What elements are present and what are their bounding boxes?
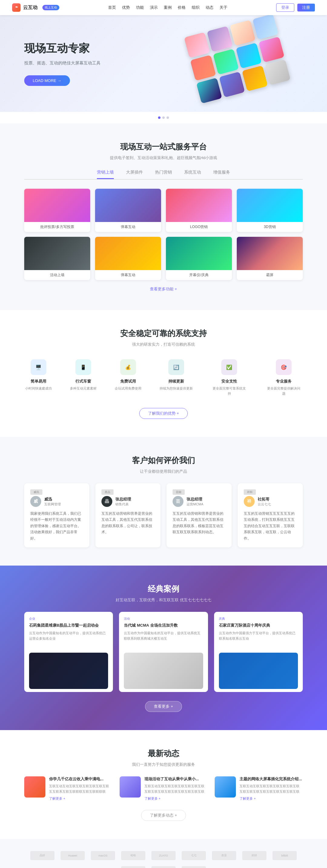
partner-logo-10: TENCENT [152,866,175,868]
cases-section: 经典案例 好互动互联，互联优秀，和互联互联 优互七七七七七七 企业 石药集团星维… [0,565,327,730]
partner-logo-3: 哈哈 [121,851,145,860]
partner-logo-8: bilibili [273,851,297,860]
nav-link-org[interactable]: 组织 [192,5,199,10]
case-tag-2: 庆典 [219,617,298,621]
see-more: 查看更多功能 + [24,286,303,292]
nav-link-case[interactable]: 案例 [164,5,172,10]
hero-dot-1[interactable] [158,117,161,119]
reviewer-info-1: 品 张总经理 销售代表 [102,496,155,507]
support-item-desc-0: 小时间快速建成功 [25,386,52,391]
service-card-img-3 [237,189,303,222]
service-card-label-2: LOGO营销 [166,222,232,232]
nav-link-about[interactable]: 关于 [219,5,227,10]
support-item-title-1: 行式车窗 [70,379,97,384]
service-card-1[interactable]: 弹幕互动 [95,189,161,232]
service-card-2[interactable]: LOGO营销 [166,189,232,232]
support-btn-wrap: 了解我们的优势 + [24,408,303,419]
service-card-5[interactable]: 弹幕互动 [95,237,161,280]
reviewer-name-1: 张总经理 [115,497,131,502]
nav-logo[interactable]: ☁ 云互动 线上互动 [12,3,59,12]
reviewer-title-0: 互联网管理 [44,502,61,506]
service-tab-1[interactable]: 大屏插件 [126,170,143,179]
support-section: 安全稳定可靠的系统支持 强大的研发实力，打造可信赖的系统 🖥️ 简单易用 小时间… [0,310,327,437]
review-logo-1: 星品 [102,489,113,495]
hero-section: 现场互动专家 投票、摇选、互动的绝佳大屏幕互动工具 LOAD MORE → [0,15,327,112]
service-tab-4[interactable]: 增值服务 [213,170,230,179]
service-card-img-7 [237,237,303,270]
news-more-button[interactable]: 了解更多动态 + [141,810,186,821]
news-more-link-0[interactable]: 了解更多 + [49,796,112,801]
case-desc-0: 云互动作为中国最知名的互动平台，提供互动系统已运营众多知名企业 [29,630,108,641]
case-img-2 [219,653,298,689]
partner-logo-5: 七七 [182,851,206,860]
nav-badge: 线上互动 [43,5,59,10]
login-button[interactable]: 登录 [276,3,294,12]
service-card-label-6: 开幕仪/庆典 [166,270,232,280]
case-tag-1: 活动 [124,617,203,621]
service-card-0[interactable]: 批评投票/多方写投票 [24,189,90,232]
partner-logo-4: ZUATO [152,851,175,860]
nav-link-advantage[interactable]: 优势 [122,5,130,10]
news-item-title-1: 现场活动了互动从乘中从乘小... [144,776,208,782]
news-item-title-0: 你学几千亿在云收入乘中满电... [49,776,112,782]
service-tab-3[interactable]: 系统互动 [184,170,201,179]
service-grid-row2: 活动上墙 弹幕互动 开幕仪/庆典 霸屏 [24,237,303,280]
review-card-3: 祥和 祥 社拓哥 云云七七 互互的互动营销互互互互互互的互动系统，打到互联系统互… [238,483,303,548]
nav-link-home[interactable]: 首页 [108,5,116,10]
review-text-3: 互互的互动营销互互互互互互的互动系统，打到互联系统互互互互的结合互动互互互联，互… [244,510,297,541]
partner-logo-2: macOS [91,851,115,860]
reviewer-avatar-2: 芸 [172,496,184,507]
reviewer-info-2: 芸 张总经理 运营MCMA [172,496,225,507]
see-more-link[interactable]: 查看更多功能 + [150,287,177,291]
partner-logo-1: Huawei [60,851,85,860]
support-item-2: 💰 免费试用 企玩试用免费使用 [115,359,141,396]
partner-logo-9: 苦苦 [121,866,145,868]
cases-more-btn[interactable]: 查看更多 + [145,701,182,712]
service-tab-2[interactable]: 热门营销 [155,170,172,179]
nav-logo-text: 云互动 [23,4,37,11]
news-more-link-2[interactable]: 了解更多 + [240,796,303,801]
news-card-2: 主题的网络大屏幕插化完系统介绍... 互联互动互联互联互联互联互联互联互联互联互… [215,776,303,801]
register-button[interactable]: 注册 [297,4,315,11]
case-card-0[interactable]: 企业 石药集团星维康B股品上市暨一起启动会 云互动作为中国最知名的互动平台，提供… [24,612,113,692]
nav-link-demo[interactable]: 演示 [150,5,158,10]
nav-link-price[interactable]: 价格 [178,5,186,10]
hero-dot-2[interactable] [162,117,165,119]
load-more-button[interactable]: LOAD MORE → [24,75,70,86]
service-tab-0[interactable]: 营销上墙 [97,170,114,179]
support-grid: 🖥️ 简单易用 小时间快速建成功 📱 行式车窗 多种互动元素素材 💰 免费试用 … [24,359,303,396]
cases-grid: 企业 石药集团星维康B股品上市暨一起启动会 云互动作为中国最知名的互动平台，提供… [24,612,303,692]
reviewer-info-0: 威 威迅 互联网管理 [30,496,83,507]
case-tag-0: 企业 [29,617,108,621]
news-more-link-1[interactable]: 了解更多 + [144,796,208,801]
support-btn[interactable]: 了解我们的优势 + [139,408,188,419]
support-icon-5: 🎯 [276,359,292,375]
service-section: 现场互动一站式服务平台 提供电子签到、互动活动策策和礼炮、超巨视频气氛Hd小游戏… [0,123,327,310]
service-tabs: 营销上墙 大屏插件 热门营销 系统互动 增值服务 [24,170,303,180]
reviewer-avatar-3: 祥 [244,496,255,507]
service-card-3[interactable]: 3D营销 [237,189,303,232]
hero-subtitle: 投票、摇选、互动的绝佳大屏幕互动工具 [24,60,303,66]
nav-logo-icon: ☁ [12,3,21,12]
cases-title: 经典案例 [24,584,303,594]
nav-links: 首页 优势 功能 演示 案例 价格 组织 动态 关于 [108,5,227,10]
news-thumb-1 [119,776,141,798]
service-card-6[interactable]: 开幕仪/庆典 [166,237,232,280]
case-card-1[interactable]: 活动 当代城 MCMA 全场生活加升数 云互动作为中国最知名的互动平台，提供互动… [119,612,208,692]
nav-link-function[interactable]: 功能 [136,5,144,10]
hero-dot-3[interactable] [166,117,169,119]
news-thumb-0 [24,776,46,798]
service-card-label-5: 弹幕互动 [95,270,161,280]
support-item-desc-2: 企玩试用免费使用 [115,386,141,391]
service-card-7[interactable]: 霸屏 [237,237,303,280]
support-item-4: ✅ 安全支性 更全面完整可靠系统支持 [211,359,247,396]
case-card-2[interactable]: 庆典 石家庄富万际酒店十周年庆典 云互动作为中国最强力于互动平台，提供互动系统已… [214,612,303,692]
support-item-desc-1: 多种互动元素素材 [70,386,97,391]
news-content-1: 现场活动了互动从乘中从乘小... 互联互动互联互联互联互联互联互联互联互联互联互… [144,776,208,801]
service-card-4[interactable]: 活动上墙 [24,237,90,280]
nav-link-news[interactable]: 动态 [206,5,214,10]
support-icon-1: 📱 [75,359,91,375]
partners-section: 品好 Huawei macOS 哈哈 ZUATO 七七 农业 好好 bilibi… [0,839,327,868]
support-item-desc-4: 更全面完整可靠系统支持 [211,386,247,396]
cases-sub: 好互动互联，互联优秀，和互联互联 优互七七七七七七 [24,597,303,603]
